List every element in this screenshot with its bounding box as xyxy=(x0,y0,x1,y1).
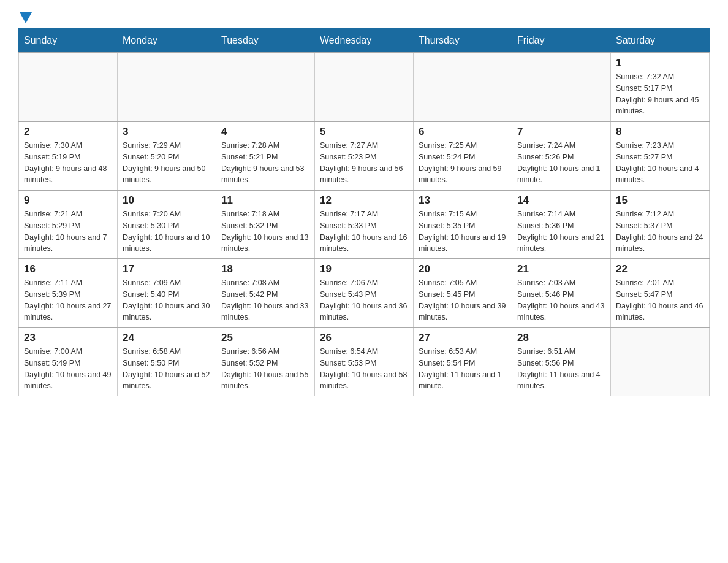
day-number: 23 xyxy=(24,332,112,344)
week-row-1: 2Sunrise: 7:30 AMSunset: 5:19 PMDaylight… xyxy=(19,121,710,190)
day-number: 6 xyxy=(419,126,507,138)
day-cell: 24Sunrise: 6:58 AMSunset: 5:50 PMDayligh… xyxy=(118,327,216,396)
logo-arrow-icon xyxy=(20,12,32,23)
day-number: 26 xyxy=(320,332,408,344)
day-cell: 11Sunrise: 7:18 AMSunset: 5:32 PMDayligh… xyxy=(216,190,315,259)
day-number: 24 xyxy=(123,332,211,344)
day-cell: 18Sunrise: 7:08 AMSunset: 5:42 PMDayligh… xyxy=(216,259,315,327)
day-number: 9 xyxy=(24,194,112,207)
day-number: 22 xyxy=(616,263,704,275)
calendar-table: Sunday Monday Tuesday Wednesday Thursday… xyxy=(18,28,710,396)
day-info: Sunrise: 6:54 AMSunset: 5:53 PMDaylight:… xyxy=(320,346,408,392)
day-number: 7 xyxy=(517,126,605,138)
day-info: Sunrise: 6:58 AMSunset: 5:50 PMDaylight:… xyxy=(123,346,211,392)
day-cell: 20Sunrise: 7:05 AMSunset: 5:45 PMDayligh… xyxy=(414,259,512,327)
day-info: Sunrise: 7:15 AMSunset: 5:35 PMDaylight:… xyxy=(419,209,507,255)
day-info: Sunrise: 7:01 AMSunset: 5:47 PMDaylight:… xyxy=(616,277,704,323)
day-cell: 19Sunrise: 7:06 AMSunset: 5:43 PMDayligh… xyxy=(315,259,414,327)
day-cell: 28Sunrise: 6:51 AMSunset: 5:56 PMDayligh… xyxy=(512,327,611,396)
day-number: 27 xyxy=(419,332,507,344)
day-number: 28 xyxy=(517,332,605,344)
day-cell xyxy=(216,53,315,121)
day-info: Sunrise: 7:32 AMSunset: 5:17 PMDaylight:… xyxy=(616,71,704,117)
day-info: Sunrise: 7:25 AMSunset: 5:24 PMDaylight:… xyxy=(419,140,507,186)
day-info: Sunrise: 7:29 AMSunset: 5:20 PMDaylight:… xyxy=(123,140,211,186)
day-number: 16 xyxy=(24,263,112,275)
day-cell: 22Sunrise: 7:01 AMSunset: 5:47 PMDayligh… xyxy=(611,259,710,327)
day-info: Sunrise: 6:53 AMSunset: 5:54 PMDaylight:… xyxy=(419,346,507,392)
day-number: 21 xyxy=(517,263,605,275)
day-info: Sunrise: 7:23 AMSunset: 5:27 PMDaylight:… xyxy=(616,140,704,186)
day-cell xyxy=(19,53,118,121)
day-info: Sunrise: 7:20 AMSunset: 5:30 PMDaylight:… xyxy=(123,209,211,255)
day-cell xyxy=(611,327,710,396)
day-number: 17 xyxy=(123,263,211,275)
day-cell: 15Sunrise: 7:12 AMSunset: 5:37 PMDayligh… xyxy=(611,190,710,259)
day-cell: 1Sunrise: 7:32 AMSunset: 5:17 PMDaylight… xyxy=(611,53,710,121)
day-info: Sunrise: 6:56 AMSunset: 5:52 PMDaylight:… xyxy=(221,346,309,392)
day-info: Sunrise: 7:21 AMSunset: 5:29 PMDaylight:… xyxy=(24,209,112,255)
day-cell: 13Sunrise: 7:15 AMSunset: 5:35 PMDayligh… xyxy=(414,190,512,259)
day-info: Sunrise: 7:14 AMSunset: 5:36 PMDaylight:… xyxy=(517,209,605,255)
day-info: Sunrise: 7:00 AMSunset: 5:49 PMDaylight:… xyxy=(24,346,112,392)
day-cell: 17Sunrise: 7:09 AMSunset: 5:40 PMDayligh… xyxy=(118,259,216,327)
day-cell: 10Sunrise: 7:20 AMSunset: 5:30 PMDayligh… xyxy=(118,190,216,259)
day-info: Sunrise: 7:17 AMSunset: 5:33 PMDaylight:… xyxy=(320,209,408,255)
day-cell: 25Sunrise: 6:56 AMSunset: 5:52 PMDayligh… xyxy=(216,327,315,396)
day-cell: 3Sunrise: 7:29 AMSunset: 5:20 PMDaylight… xyxy=(118,121,216,190)
day-number: 12 xyxy=(320,194,408,207)
col-sunday: Sunday xyxy=(19,29,118,53)
day-cell: 12Sunrise: 7:17 AMSunset: 5:33 PMDayligh… xyxy=(315,190,414,259)
day-cell: 2Sunrise: 7:30 AMSunset: 5:19 PMDaylight… xyxy=(19,121,118,190)
day-number: 19 xyxy=(320,263,408,275)
day-number: 4 xyxy=(221,126,309,138)
day-cell: 8Sunrise: 7:23 AMSunset: 5:27 PMDaylight… xyxy=(611,121,710,190)
day-cell: 21Sunrise: 7:03 AMSunset: 5:46 PMDayligh… xyxy=(512,259,611,327)
day-info: Sunrise: 7:11 AMSunset: 5:39 PMDaylight:… xyxy=(24,277,112,323)
col-monday: Monday xyxy=(118,29,216,53)
day-cell: 23Sunrise: 7:00 AMSunset: 5:49 PMDayligh… xyxy=(19,327,118,396)
day-cell: 9Sunrise: 7:21 AMSunset: 5:29 PMDaylight… xyxy=(19,190,118,259)
day-number: 20 xyxy=(419,263,507,275)
day-number: 11 xyxy=(221,194,309,207)
week-row-0: 1Sunrise: 7:32 AMSunset: 5:17 PMDaylight… xyxy=(19,53,710,121)
logo-general-text xyxy=(18,12,32,25)
day-info: Sunrise: 7:05 AMSunset: 5:45 PMDaylight:… xyxy=(419,277,507,323)
day-number: 1 xyxy=(616,57,704,69)
day-cell: 5Sunrise: 7:27 AMSunset: 5:23 PMDaylight… xyxy=(315,121,414,190)
col-tuesday: Tuesday xyxy=(216,29,315,53)
day-cell: 7Sunrise: 7:24 AMSunset: 5:26 PMDaylight… xyxy=(512,121,611,190)
day-cell: 14Sunrise: 7:14 AMSunset: 5:36 PMDayligh… xyxy=(512,190,611,259)
day-info: Sunrise: 7:03 AMSunset: 5:46 PMDaylight:… xyxy=(517,277,605,323)
day-info: Sunrise: 7:18 AMSunset: 5:32 PMDaylight:… xyxy=(221,209,309,255)
week-row-3: 16Sunrise: 7:11 AMSunset: 5:39 PMDayligh… xyxy=(19,259,710,327)
day-info: Sunrise: 6:51 AMSunset: 5:56 PMDaylight:… xyxy=(517,346,605,392)
day-number: 18 xyxy=(221,263,309,275)
day-cell xyxy=(118,53,216,121)
col-thursday: Thursday xyxy=(414,29,512,53)
calendar-header-row: Sunday Monday Tuesday Wednesday Thursday… xyxy=(19,29,710,53)
day-number: 13 xyxy=(419,194,507,207)
day-cell: 6Sunrise: 7:25 AMSunset: 5:24 PMDaylight… xyxy=(414,121,512,190)
logo xyxy=(18,12,32,22)
day-info: Sunrise: 7:06 AMSunset: 5:43 PMDaylight:… xyxy=(320,277,408,323)
col-friday: Friday xyxy=(512,29,611,53)
day-number: 5 xyxy=(320,126,408,138)
day-number: 2 xyxy=(24,126,112,138)
day-number: 15 xyxy=(616,194,704,207)
day-info: Sunrise: 7:27 AMSunset: 5:23 PMDaylight:… xyxy=(320,140,408,186)
day-cell: 4Sunrise: 7:28 AMSunset: 5:21 PMDaylight… xyxy=(216,121,315,190)
day-cell: 16Sunrise: 7:11 AMSunset: 5:39 PMDayligh… xyxy=(19,259,118,327)
day-cell xyxy=(315,53,414,121)
day-info: Sunrise: 7:08 AMSunset: 5:42 PMDaylight:… xyxy=(221,277,309,323)
day-number: 8 xyxy=(616,126,704,138)
week-row-4: 23Sunrise: 7:00 AMSunset: 5:49 PMDayligh… xyxy=(19,327,710,396)
header xyxy=(18,12,710,22)
day-number: 14 xyxy=(517,194,605,207)
col-saturday: Saturday xyxy=(611,29,710,53)
day-number: 10 xyxy=(123,194,211,207)
day-info: Sunrise: 7:09 AMSunset: 5:40 PMDaylight:… xyxy=(123,277,211,323)
day-info: Sunrise: 7:24 AMSunset: 5:26 PMDaylight:… xyxy=(517,140,605,186)
day-info: Sunrise: 7:30 AMSunset: 5:19 PMDaylight:… xyxy=(24,140,112,186)
day-number: 25 xyxy=(221,332,309,344)
